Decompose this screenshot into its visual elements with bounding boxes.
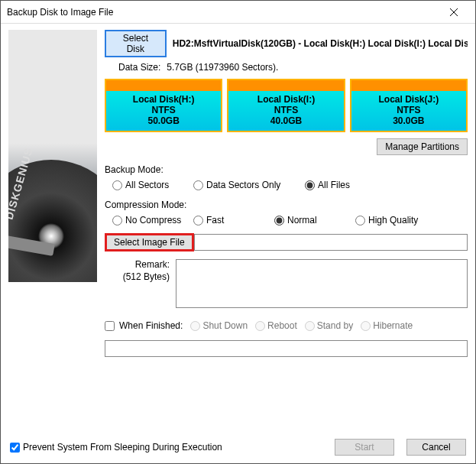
select-image-file-button[interactable]: Select Image File — [105, 233, 194, 251]
partition-item[interactable]: Local Disk(H:) NTFS 50.0GB — [105, 79, 222, 132]
finished-hibernate: Hibernate — [361, 320, 413, 331]
partition-name: Local Disk(H:) — [106, 94, 221, 105]
when-finished-checkbox[interactable]: When Finished: — [105, 320, 183, 331]
partition-list: Local Disk(H:) NTFS 50.0GB Local Disk(I:… — [105, 79, 468, 132]
close-icon — [450, 8, 458, 16]
manage-partitions-button[interactable]: Manage Partitions — [377, 138, 468, 155]
remark-textarea[interactable] — [176, 259, 468, 308]
compression-normal[interactable]: Normal — [274, 215, 351, 226]
data-size-value: 5.7GB (11973960 Sectors). — [167, 62, 278, 73]
compression-fast[interactable]: Fast — [193, 215, 270, 226]
image-file-input[interactable] — [194, 234, 468, 251]
finished-standby: Stand by — [305, 320, 353, 331]
progress-bar — [105, 340, 468, 357]
partition-item[interactable]: Local Disk(J:) NTFS 30.0GB — [350, 79, 468, 132]
partition-name: Local Disk(J:) — [351, 94, 466, 105]
partition-size: 50.0GB — [106, 115, 221, 126]
selected-disk-value: HD2:MsftVirtualDisk(120GB) - Local Disk(… — [173, 38, 468, 49]
start-button[interactable]: Start — [335, 439, 394, 456]
partition-fs: NTFS — [351, 105, 466, 115]
window-title: Backup Disk to Image File — [7, 7, 439, 18]
remark-label: Remark: (512 Bytes) — [105, 259, 170, 308]
backup-mode-all-files[interactable]: All Files — [305, 180, 381, 190]
partition-name: Local Disk(I:) — [228, 94, 343, 105]
data-size-label: Data Size: — [118, 62, 160, 73]
cancel-button[interactable]: Cancel — [406, 439, 466, 456]
finished-reboot: Reboot — [255, 320, 297, 331]
partition-size: 40.0GB — [228, 115, 343, 126]
close-button[interactable] — [439, 2, 469, 23]
partition-fs: NTFS — [106, 105, 221, 115]
select-disk-button[interactable]: Select Disk — [105, 30, 167, 57]
compression-none[interactable]: No Compress — [112, 215, 189, 226]
titlebar: Backup Disk to Image File — [1, 1, 475, 24]
compression-mode-group: No Compress Fast Normal High Quality — [105, 215, 468, 226]
backup-mode-data-sectors[interactable]: Data Sectors Only — [193, 180, 300, 190]
backup-mode-group: All Sectors Data Sectors Only All Files — [105, 180, 468, 190]
backup-mode-all-sectors[interactable]: All Sectors — [112, 180, 189, 190]
partition-item[interactable]: Local Disk(I:) NTFS 40.0GB — [227, 79, 345, 132]
compression-high[interactable]: High Quality — [355, 215, 432, 226]
partition-size: 30.0GB — [351, 115, 466, 126]
prevent-sleep-checkbox[interactable]: Prevent System From Sleeping During Exec… — [10, 442, 335, 453]
disk-illustration: DISKGENIUS — [8, 30, 97, 282]
partition-fs: NTFS — [228, 105, 343, 115]
finished-shutdown: Shut Down — [190, 320, 248, 331]
backup-mode-label: Backup Mode: — [105, 164, 468, 175]
compression-mode-label: Compression Mode: — [105, 200, 468, 210]
